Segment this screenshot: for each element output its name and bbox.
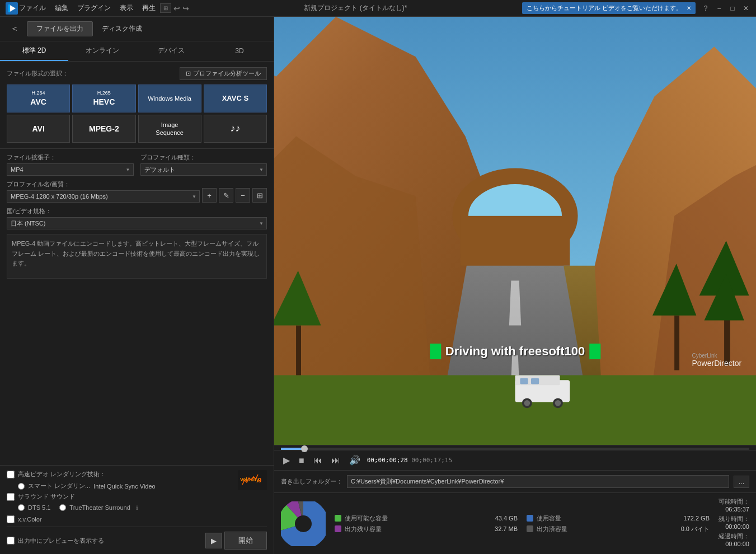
remaining-time-row: 残り時間： 00:00:00 <box>719 515 749 530</box>
elapsed-time-label: 経過時間： <box>719 533 749 539</box>
true-theater-radio[interactable] <box>59 504 66 511</box>
format-avi[interactable]: AVI <box>7 115 70 143</box>
preview-checkbox[interactable] <box>7 537 15 544</box>
menu-edit[interactable]: 編集 <box>55 3 68 13</box>
undo-btn[interactable]: ↩ <box>173 4 180 13</box>
start-row: 出力中にプレビューを表示する ▶ 開始 <box>7 527 267 550</box>
output-file-button[interactable]: ファイルを出力 <box>27 21 93 36</box>
stop-button[interactable]: ■ <box>297 454 307 467</box>
left-panel: ＜ ファイルを出力 ディスク作成 標準 2D オンライン デバイス 3D ファイ… <box>0 17 274 554</box>
overlay-green-block-right <box>589 344 600 359</box>
folder-browse-button[interactable]: ... <box>734 476 749 488</box>
menu-playback[interactable]: 再生 <box>142 3 156 13</box>
prev-frame-button[interactable]: ⏮ <box>311 454 325 467</box>
legend-used-dot <box>527 515 533 522</box>
profile-edit-button[interactable]: ✎ <box>219 188 233 203</box>
velocity-badge: Velocity 9 <box>238 470 267 490</box>
help-btn[interactable]: ? <box>700 3 711 14</box>
legend-available-label: 使用可能な容量 <box>345 514 481 523</box>
pie-chart <box>281 501 326 546</box>
folder-path-display: C:¥Users¥貴則¥Documents¥CyberLink¥PowerDir… <box>347 475 729 488</box>
surround-options: DTS 5.1 TrueTheater Surround ℹ <box>18 504 156 513</box>
tab-3d[interactable]: 3D <box>205 41 274 61</box>
format-windows-media[interactable]: Windows Media <box>138 84 201 112</box>
current-time: 00;00;00;28 <box>367 457 408 464</box>
legend-used: 使用容量 172.2 GB <box>527 514 710 523</box>
extension-label: ファイル拡張子： <box>7 153 134 162</box>
svg-marker-14 <box>509 280 521 325</box>
menu-file[interactable]: ファイル <box>19 3 46 13</box>
progress-thumb[interactable] <box>301 445 308 452</box>
profile-name-label: プロファイル名/画質： <box>7 180 200 189</box>
capture-btn[interactable]: ⊞ <box>160 3 171 13</box>
smart-render-radio[interactable] <box>18 483 25 490</box>
svg-point-40 <box>287 507 320 541</box>
hardware-accel-checkbox[interactable] <box>7 471 15 478</box>
format-avc[interactable]: H.264 AVC <box>7 84 70 112</box>
video-overlay-text: Driving with freesoft100 <box>430 344 600 359</box>
legend-used-label: 使用容量 <box>537 514 673 523</box>
svg-rect-31 <box>520 378 528 384</box>
xv-color-label: x.v.Color <box>18 516 42 523</box>
format-audio[interactable]: ♪♪ <box>204 115 267 143</box>
format-image-sequence[interactable]: Image Sequence <box>138 115 201 143</box>
play-button[interactable]: ▶ <box>281 454 292 467</box>
back-button[interactable]: ＜ <box>7 22 22 36</box>
dts-radio[interactable] <box>18 504 25 511</box>
profile-tool-icon: ⊡ <box>186 70 191 77</box>
extension-field: ファイル拡張子： MP4 <box>7 153 134 176</box>
region-label: 国/ビデオ規格： <box>7 207 267 215</box>
available-time-value: 06:35:37 <box>725 506 749 513</box>
settings-row-ext-profile: ファイル拡張子： MP4 プロファイル種類： デフォルト <box>7 153 267 176</box>
profile-type-select[interactable]: デフォルト <box>140 163 267 176</box>
redo-btn[interactable]: ↪ <box>182 4 189 13</box>
svg-rect-22 <box>296 326 301 375</box>
format-hevc[interactable]: H.265 HEVC <box>72 84 135 112</box>
dts-row: DTS 5.1 <box>18 504 50 511</box>
profile-name-field: プロファイル名/画質： MPEG-4 1280 x 720/30p (16 Mb… <box>7 180 200 203</box>
notification-close-icon[interactable]: ✕ <box>687 5 691 11</box>
minimize-btn[interactable]: − <box>713 3 725 14</box>
tab-device[interactable]: デバイス <box>137 41 205 61</box>
surround-sound-label: サラウンド サウンド <box>18 492 75 501</box>
profile-name-select[interactable]: MPEG-4 1280 x 720/30p (16 Mbps) <box>7 190 200 203</box>
format-xavc-s[interactable]: XAVC S <box>204 84 267 112</box>
region-select[interactable]: 日本 (NTSC) <box>7 217 267 229</box>
hardware-accel-label: 高速ビデオ レンダリング技術： <box>18 470 106 478</box>
profile-add-button[interactable]: + <box>202 188 217 203</box>
region-field: 国/ビデオ規格： 日本 (NTSC) <box>7 207 267 229</box>
maximize-btn[interactable]: □ <box>727 3 738 14</box>
format-mpeg2[interactable]: MPEG-2 <box>72 115 135 143</box>
next-frame-button[interactable]: ⏭ <box>329 454 342 467</box>
start-button[interactable]: 開始 <box>224 532 267 550</box>
profile-tool-button[interactable]: ⊡ プロファイル分析ツール <box>180 67 267 80</box>
menu-view[interactable]: 表示 <box>120 3 133 13</box>
tab-standard-2d[interactable]: 標準 2D <box>0 41 68 61</box>
disc-create-button[interactable]: ディスク作成 <box>97 22 147 36</box>
landscape-svg <box>274 17 756 445</box>
preview-play-button[interactable]: ▶ <box>205 533 222 548</box>
app-logo <box>4 1 19 16</box>
video-preview: Driving with freesoft100 CyberLink Power… <box>274 17 756 445</box>
format-section-header: ファイル形式の選択： ⊡ プロファイル分析ツール <box>7 67 267 80</box>
surround-sound-checkbox[interactable] <box>7 493 15 501</box>
tab-online[interactable]: オンライン <box>68 41 137 61</box>
progress-track[interactable] <box>281 448 749 450</box>
window-controls: ? − □ ✕ <box>700 3 752 14</box>
xv-color-row: x.v.Color <box>7 515 156 523</box>
menu-plugin[interactable]: プラグイン <box>77 3 111 13</box>
panel-header: ＜ ファイルを出力 ディスク作成 <box>0 17 274 41</box>
xv-color-checkbox[interactable] <box>7 515 15 523</box>
legend-available-value: 43.4 GB <box>484 515 518 522</box>
preview-row: 出力中にプレビューを表示する <box>7 537 104 545</box>
surround-sound-row: サラウンド サウンド <box>7 492 156 501</box>
settings-row-region: 国/ビデオ規格： 日本 (NTSC) <box>7 207 267 229</box>
profile-copy-button[interactable]: ⊞ <box>252 188 267 203</box>
legend-output-remaining-value: 32.7 MB <box>484 525 518 532</box>
svg-point-34 <box>524 400 530 406</box>
close-btn[interactable]: ✕ <box>740 3 752 14</box>
volume-button[interactable]: 🔊 <box>347 454 363 467</box>
profile-delete-button[interactable]: − <box>236 188 250 203</box>
format-grid: H.264 AVC H.265 HEVC Windows Media XAVC … <box>7 84 267 143</box>
extension-select[interactable]: MP4 <box>7 163 134 176</box>
